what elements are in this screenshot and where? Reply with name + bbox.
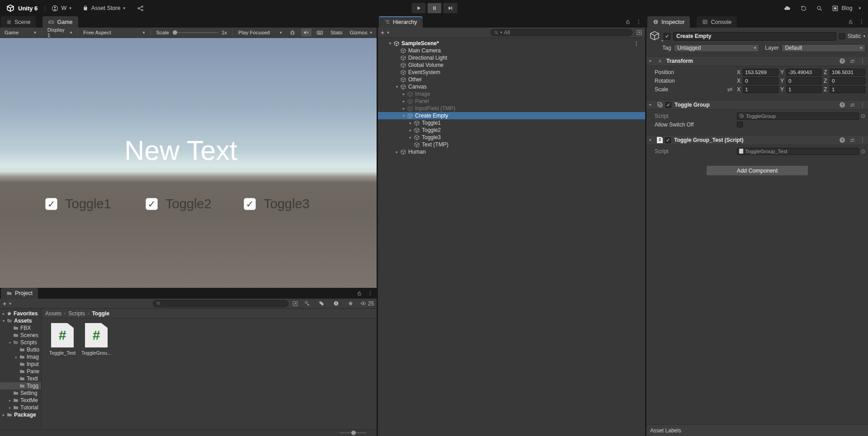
object-picker-icon[interactable]: ⊙ [861,148,865,155]
hierarchy-row[interactable]: EventSystem ⋮ [378,69,645,76]
toggle-checkbox[interactable]: ✓ [45,198,57,210]
search-icon[interactable] [816,5,823,12]
step-button[interactable] [443,3,458,14]
project-tree-row[interactable]: Setting [0,389,41,397]
project-tree-row[interactable]: Scenes [0,332,41,339]
tab-inspector[interactable]: Inspector [647,16,690,28]
foldout-icon[interactable]: ▸ [401,92,407,96]
project-tree-row[interactable]: Pane [0,368,41,375]
hierarchy-row[interactable]: Global Volume ⋮ [378,61,645,69]
hierarchy-row[interactable]: ▸ Panel ⋮ [378,98,645,105]
kebab-menu-icon[interactable]: ⋮ [860,137,865,143]
hierarchy-row[interactable]: Directional Light ⋮ [378,54,645,61]
game-toggle[interactable]: ✓ Toggle1 [45,197,111,211]
foldout-icon[interactable]: ▾ [1,319,6,323]
breadcrumb-item[interactable]: Toggle [92,310,109,317]
foldout-icon[interactable]: ▸ [7,406,13,410]
y-value-field[interactable]: -35.49043 [786,69,822,76]
play-button[interactable] [411,3,426,14]
link-off-icon[interactable] [727,87,733,93]
breadcrumb-item[interactable]: Scripts [68,310,85,317]
x-value-field[interactable]: 153.5269 [743,69,778,76]
tab-project[interactable]: Project [1,288,38,299]
toggle-group-test-header[interactable]: ▾ # ✓ Toggle Group_Test (Script) ? ⋮ [646,135,868,145]
toggle-checkbox[interactable]: ✓ [244,198,256,210]
project-tree-row[interactable]: ▸ TextMe [0,397,41,404]
project-add-menu[interactable]: + ▾ [3,299,11,308]
foldout-icon[interactable]: ▾ [649,103,655,107]
kebab-menu-icon[interactable]: ⋮ [860,58,865,64]
thumbnail-zoom-slider[interactable] [340,432,367,433]
hierarchy-add-menu[interactable]: + ▾ [381,28,389,38]
foldout-icon[interactable]: ▾ [649,138,655,142]
presets-icon[interactable] [849,102,855,108]
script-object-field[interactable]: ToggleGroup [737,113,859,120]
foldout-icon[interactable]: ▾ [394,84,400,89]
project-tree-row[interactable]: Togg [0,382,41,389]
help-icon[interactable]: ? [840,58,845,64]
favorites-filter-button[interactable] [345,300,356,308]
x-value-field[interactable]: 1 [743,86,778,93]
foldout-icon[interactable]: ▸ [401,99,407,103]
breadcrumb-item[interactable]: Assets [45,310,61,317]
stats-button[interactable]: Stats [329,28,344,38]
lock-icon[interactable] [356,291,362,296]
account-menu[interactable]: W ▾ [52,5,71,12]
version-control-button[interactable] [137,5,144,12]
script-object-field[interactable]: ToggleGroup_Test [737,148,859,155]
hidden-items-toggle[interactable]: 25 [360,300,374,307]
scale-slider-knob[interactable] [173,30,177,35]
toggle-checkbox[interactable]: ✓ [146,198,158,210]
game-toggle[interactable]: ✓ Toggle2 [146,197,212,211]
import-log-button[interactable] [331,300,342,308]
project-tree-row[interactable]: Input [0,361,41,368]
hierarchy-row[interactable]: ▸ Image ⋮ [378,90,645,98]
component-enabled-checkbox[interactable]: ✓ [665,137,671,143]
debug-bug-button[interactable] [287,28,297,37]
pause-button[interactable] [427,3,442,14]
x-value-field[interactable]: 0 [743,77,778,84]
hierarchy-row[interactable]: ▾ Create Empty ⋮ [378,112,645,119]
tab-hierarchy[interactable]: Hierarchy [379,16,423,28]
project-tree-row[interactable]: ▸ Imag [0,353,41,361]
asset-store-menu[interactable]: Asset Store ▾ [82,5,125,11]
component-enabled-checkbox[interactable]: ✓ [665,102,671,108]
asset-item[interactable]: # Toggle_Test [47,323,77,356]
tab-scene[interactable]: Scene [1,16,36,28]
static-checkbox[interactable] [839,33,845,39]
hierarchy-row[interactable]: Main Camera ⋮ [378,47,645,54]
object-picker-icon[interactable]: ⊙ [861,113,865,119]
hierarchy-row[interactable]: ▾ Canvas ⋮ [378,83,645,90]
foldout-icon[interactable]: ▸ [394,150,400,154]
kebab-menu-icon[interactable]: ⋮ [368,290,373,296]
project-tree-row[interactable]: Textl [0,375,41,382]
add-component-button[interactable]: Add Component [706,165,808,176]
search-by-label-button[interactable] [316,300,327,308]
y-value-field[interactable]: 1 [786,86,822,93]
foldout-icon[interactable]: ▸ [14,355,19,359]
z-value-field[interactable]: 0 [830,77,865,84]
project-tree-row[interactable]: ▸ Package [0,411,41,418]
display-menu[interactable]: Display 1▾ [46,28,74,38]
foldout-icon[interactable]: ▸ [7,398,13,403]
tag-dropdown[interactable]: Untagged ▾ [674,44,759,52]
hierarchy-row[interactable]: ▸ Toggle1 ⋮ [378,119,645,127]
history-icon[interactable] [800,5,807,12]
foldout-icon[interactable]: ▾ [7,341,13,345]
chevron-down-icon[interactable]: ▾ [863,34,865,38]
lock-icon[interactable] [848,19,854,25]
hierarchy-row[interactable]: ▾ SampleScene* ⋮ [378,40,645,47]
object-name-field[interactable]: Create Empty [673,32,836,41]
foldout-icon[interactable]: ▾ [649,59,655,63]
kebab-menu-icon[interactable]: ⋮ [859,19,864,25]
active-checkbox[interactable]: ✓ [664,33,670,40]
lock-icon[interactable] [625,19,631,25]
hierarchy-search-input[interactable]: ▾ All [491,29,632,36]
tab-game[interactable]: Game [42,16,78,28]
foldout-icon[interactable]: ▸ [1,413,6,417]
asset-labels-bar[interactable]: Asset Labels [646,424,868,436]
tab-console[interactable]: Console [697,16,737,28]
game-view-menu[interactable]: Game▾ [3,28,38,38]
hierarchy-row[interactable]: ▸ InputField (TMP) ⋮ [378,105,645,112]
help-icon[interactable]: ? [840,102,845,108]
